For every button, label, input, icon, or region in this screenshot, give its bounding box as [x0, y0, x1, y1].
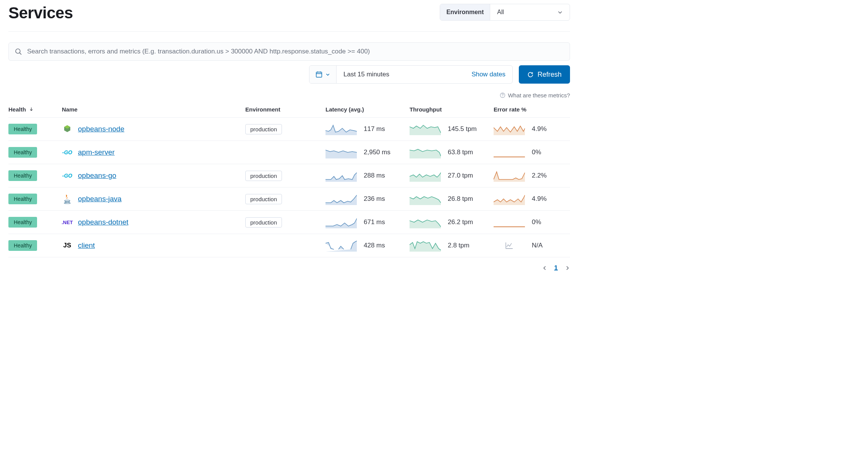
service-link[interactable]: apm-server [78, 148, 115, 157]
error-rate-value: 2.2% [532, 172, 547, 179]
sparkline [410, 216, 441, 228]
show-dates-link[interactable]: Show dates [471, 71, 505, 78]
search-icon [15, 48, 22, 55]
error-rate-value: 0% [532, 149, 541, 156]
latency-value: 671 ms [364, 218, 385, 226]
environment-tag: production [245, 124, 282, 134]
sort-down-icon [29, 107, 34, 111]
error-rate-value: N/A [532, 242, 542, 249]
throughput-value: 145.5 tpm [448, 125, 477, 133]
services-table: Health Name Environment Latency (avg.) T… [8, 102, 570, 257]
col-latency[interactable]: Latency (avg.) [326, 102, 410, 118]
col-environment[interactable]: Environment [245, 102, 326, 118]
svg-rect-2 [316, 72, 322, 78]
pagination: 1 [8, 264, 570, 272]
throughput-value: 26.8 tpm [448, 195, 473, 203]
sparkline [494, 170, 525, 182]
search-bar[interactable] [8, 42, 570, 61]
svg-point-11 [64, 202, 70, 204]
help-link[interactable]: What are these metrics? [508, 92, 570, 99]
sparkline [326, 123, 357, 135]
health-badge: Healthy [8, 147, 37, 158]
table-row: Healthy .NET opbeans-dotnet production 6… [8, 211, 570, 234]
service-link[interactable]: client [78, 241, 95, 250]
health-badge: Healthy [8, 240, 37, 251]
sparkline [326, 146, 357, 158]
environment-tag: production [245, 171, 282, 181]
refresh-button[interactable]: Refresh [519, 65, 570, 84]
service-link[interactable]: opbeans-dotnet [78, 218, 128, 226]
service-lang-icon: .NET [62, 217, 73, 228]
calendar-icon [316, 71, 322, 78]
help-icon [500, 92, 505, 98]
table-row: Healthy opbeans-node production 117 ms 1… [8, 118, 570, 141]
next-page-icon[interactable] [565, 265, 570, 271]
svg-line-1 [19, 53, 21, 55]
service-lang-icon: -GO [62, 147, 73, 158]
table-row: Healthy -GO opbeans-go production 288 ms… [8, 164, 570, 187]
throughput-value: 63.8 tpm [448, 149, 473, 156]
col-name[interactable]: Name [62, 102, 245, 118]
sparkline [410, 123, 441, 135]
sparkline [494, 123, 525, 135]
latency-value: 117 ms [364, 125, 385, 133]
refresh-icon [527, 71, 534, 78]
latency-value: 288 ms [364, 172, 385, 179]
service-link[interactable]: opbeans-go [78, 171, 116, 180]
service-link[interactable]: opbeans-java [78, 195, 121, 203]
sparkline [326, 239, 357, 252]
latency-value: 428 ms [364, 242, 385, 249]
table-row: Healthy opbeans-java production 236 ms 2… [8, 187, 570, 211]
environment-tag: production [245, 217, 282, 228]
latency-value: 236 ms [364, 195, 385, 203]
environment-tag: production [245, 194, 282, 204]
throughput-value: 26.2 tpm [448, 218, 473, 226]
health-badge: Healthy [8, 194, 37, 204]
environment-label: Environment [440, 4, 490, 20]
table-row: Healthy -GO apm-server 2,950 ms 63.8 tpm… [8, 141, 570, 164]
error-rate-value: 0% [532, 218, 541, 226]
page-number[interactable]: 1 [554, 264, 558, 272]
svg-point-7 [502, 96, 503, 97]
time-range-value: Last 15 minutes [343, 71, 389, 78]
service-lang-icon: JS [62, 240, 73, 251]
throughput-value: 27.0 tpm [448, 172, 473, 179]
environment-filter: Environment All [440, 4, 570, 21]
sparkline [410, 146, 441, 158]
refresh-label: Refresh [538, 71, 562, 79]
prev-page-icon[interactable] [542, 265, 547, 271]
time-range-picker: Last 15 minutes Show dates [309, 65, 513, 84]
health-badge: Healthy [8, 124, 37, 134]
sparkline [326, 193, 357, 205]
svg-point-0 [16, 49, 20, 53]
error-rate-value: 4.9% [532, 125, 547, 133]
service-lang-icon: -GO [62, 170, 73, 181]
chevron-down-icon [557, 10, 563, 15]
sparkline [494, 216, 525, 228]
health-badge: Healthy [8, 217, 37, 228]
col-throughput[interactable]: Throughput [410, 102, 494, 118]
latency-value: 2,950 ms [364, 149, 390, 156]
sparkline [494, 146, 525, 158]
sparkline [410, 239, 441, 252]
sparkline [494, 193, 525, 205]
sparkline [410, 193, 441, 205]
sparkline [326, 170, 357, 182]
service-link[interactable]: opbeans-node [78, 125, 125, 133]
page-title: Services [8, 4, 73, 22]
service-lang-icon [62, 124, 73, 134]
na-chart-icon [494, 242, 525, 249]
environment-select[interactable]: All [490, 4, 570, 20]
calendar-button[interactable] [309, 66, 337, 83]
sparkline [410, 170, 441, 182]
search-input[interactable] [27, 48, 564, 55]
chevron-down-icon [326, 72, 330, 77]
health-badge: Healthy [8, 170, 37, 181]
throughput-value: 2.8 tpm [448, 242, 470, 249]
error-rate-value: 4.9% [532, 195, 547, 203]
service-lang-icon [62, 194, 73, 204]
table-row: Healthy JS client 428 ms 2.8 tpm N/A [8, 234, 570, 257]
col-error-rate[interactable]: Error rate % [494, 102, 570, 118]
environment-value: All [497, 9, 504, 16]
col-health[interactable]: Health [8, 102, 62, 118]
